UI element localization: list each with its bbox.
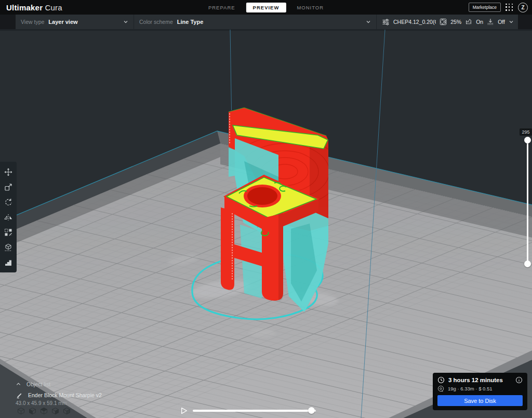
print-settings-panel[interactable]: CHEP4.12_0.20(G...Quality - 0.2mm 25% On [377, 15, 518, 29]
chevron-down-icon [509, 20, 514, 24]
apps-grid-icon[interactable] [506, 4, 513, 11]
support-value: On [476, 19, 483, 25]
view-front-icon[interactable] [29, 407, 36, 415]
caret-up-icon [16, 382, 21, 386]
camera-view-presets [17, 407, 71, 415]
tool-panel [0, 162, 17, 272]
clock-icon [437, 376, 445, 384]
support-blocker-icon[interactable] [0, 241, 17, 254]
info-icon[interactable] [515, 376, 523, 384]
custom-supports-icon[interactable] [0, 256, 17, 269]
rotate-tool-icon[interactable] [0, 195, 17, 208]
layer-slider-top-handle[interactable] [524, 137, 531, 143]
move-tool-icon[interactable] [0, 165, 17, 178]
layer-number-label: 295 [520, 128, 532, 136]
brand-bold: Ultimaker [6, 3, 43, 12]
object-list-label: Object list [26, 381, 50, 387]
object-list-toggle[interactable]: Object list [16, 380, 102, 388]
marketplace-button[interactable]: Marketplace [469, 3, 501, 12]
layer-slider-bottom-handle[interactable] [524, 260, 531, 267]
adhesion-value: Off [498, 19, 505, 25]
chevron-down-icon [366, 20, 371, 24]
viewport-3d[interactable] [0, 29, 532, 418]
object-dimensions: 43.0 x 45.9 x 59.1 mm [16, 400, 102, 406]
adhesion-icon [487, 18, 494, 25]
object-list-item[interactable]: Ender Block Mount Sharpie v2 [16, 390, 102, 399]
view-type-label: View type [21, 19, 44, 25]
color-scheme-label: Color scheme [139, 19, 173, 25]
color-scheme-value: Line Type [177, 19, 204, 25]
infill-icon [440, 18, 447, 25]
view-options-bar: View type Layer view Color scheme Line T… [16, 15, 518, 30]
print-time: 3 hours 12 minutes [448, 377, 512, 383]
chevron-down-icon [123, 20, 128, 24]
material-estimate: 19g · 6.33m · $ 0.51 [448, 386, 493, 391]
object-list: Object list Ender Block Mount Sharpie v2… [16, 380, 102, 406]
pencil-icon [16, 391, 23, 399]
save-to-disk-button[interactable]: Save to Disk [437, 395, 523, 406]
play-button[interactable] [181, 407, 188, 416]
scale-tool-icon[interactable] [0, 180, 17, 193]
path-slider-handle[interactable] [308, 407, 315, 414]
support-icon [465, 18, 472, 25]
account-avatar[interactable]: Z [518, 3, 528, 12]
app-logo: Ultimaker Cura [6, 3, 62, 12]
infill-value: 25% [450, 19, 461, 25]
view-top-icon[interactable] [40, 407, 48, 415]
tab-preview[interactable]: PREVIEW [246, 3, 286, 12]
cura-window: Ultimaker Cura PREPARE PREVIEW MONITOR M… [0, 0, 532, 418]
path-slider-track[interactable] [193, 410, 316, 412]
view-right-icon[interactable] [63, 407, 71, 415]
layer-slider-track[interactable] [527, 140, 528, 265]
brand-regular: Cura [45, 3, 62, 12]
view-left-icon[interactable] [51, 407, 59, 415]
view-type-value: Layer view [48, 19, 77, 25]
object-name: Ender Block Mount Sharpie v2 [28, 392, 102, 398]
per-model-settings-icon[interactable] [0, 226, 17, 239]
tab-monitor[interactable]: MONITOR [290, 3, 330, 12]
title-bar: Ultimaker Cura PREPARE PREVIEW MONITOR M… [0, 0, 532, 15]
color-scheme-dropdown[interactable]: Color scheme Line Type [134, 15, 377, 29]
mirror-tool-icon[interactable] [0, 211, 17, 224]
stage-tabs: PREPARE PREVIEW MONITOR [202, 3, 330, 12]
sliders-icon [382, 18, 390, 26]
view-3d-icon[interactable] [17, 407, 25, 415]
material-spool-icon [437, 385, 444, 392]
view-type-dropdown[interactable]: View type Layer view [16, 15, 134, 29]
tab-prepare[interactable]: PREPARE [202, 3, 242, 12]
output-action-panel: 3 hours 12 minutes 19g · 6.33m · $ 0.51 … [433, 373, 527, 410]
profile-summary: CHEP4.12_0.20(G...Quality - 0.2mm [393, 19, 436, 25]
